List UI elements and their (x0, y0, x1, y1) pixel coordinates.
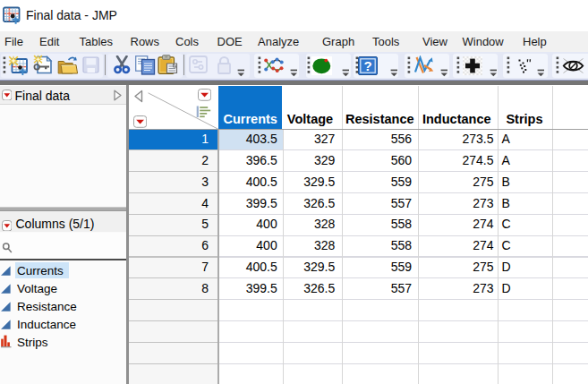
svg-text:?: ? (363, 58, 371, 73)
